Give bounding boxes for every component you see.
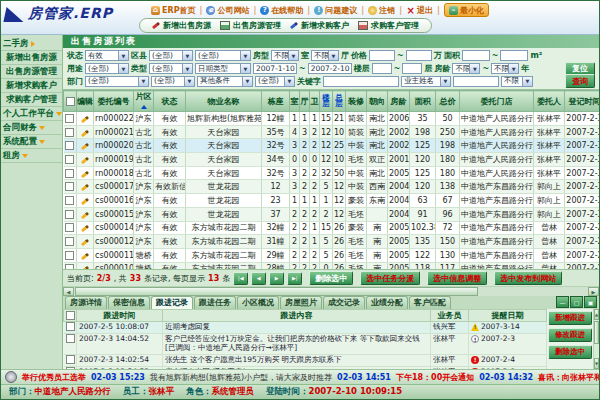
vscroll-track[interactable] <box>594 320 599 358</box>
edit-pencil-icon[interactable] <box>81 143 89 150</box>
area-min-input[interactable] <box>462 50 490 61</box>
column-header-reg-date[interactable]: 登记时间 <box>565 91 600 112</box>
table-row[interactable]: cs000011塘桥有效东方城市花园二期29幢222526毛坯南20051221… <box>64 248 600 262</box>
tab-3[interactable]: 跟进任务 <box>194 296 236 309</box>
sidebar-item-2[interactable]: 出售房源管理 <box>1 65 62 79</box>
row-checkbox[interactable] <box>65 141 74 150</box>
area-max-input[interactable] <box>500 50 528 61</box>
table-row[interactable]: cs000017沪东有效新信息世龙花园12322512中装西南200412013… <box>64 180 600 194</box>
first-page-button[interactable]: |◀ <box>233 272 248 285</box>
menu-item-logout-key[interactable]: 注销 <box>368 5 395 16</box>
column-header-district[interactable]: 片区 <box>134 91 154 112</box>
sub-department-select[interactable]: (全部)▼ <box>151 76 195 87</box>
followup-header-content[interactable]: 跟进内容 <box>163 310 431 322</box>
menu-item-globe[interactable]: e公司网站 <box>206 5 249 16</box>
row-checkbox[interactable] <box>65 223 74 232</box>
column-header-property-name[interactable]: 物业名称 <box>186 91 262 112</box>
next-page-button[interactable]: ▶ <box>269 272 284 285</box>
column-header-agent[interactable]: 委托人 <box>534 91 565 112</box>
table-row[interactable]: rn000020古北有效天台家园32号3221225中装南北2002125198… <box>64 139 600 153</box>
scroll-up-arrow[interactable]: ▲ <box>594 309 599 320</box>
edit-pencil-icon[interactable] <box>81 252 89 259</box>
edit-pencil-icon[interactable] <box>81 129 89 136</box>
row-checkbox[interactable] <box>66 334 75 343</box>
date-type-select[interactable]: 日期类型▼ <box>195 63 251 74</box>
row-checkbox[interactable] <box>65 169 74 178</box>
tab-2[interactable]: 跟进记录 <box>151 296 193 309</box>
edit-pencil-icon[interactable] <box>81 116 89 123</box>
table-row[interactable]: cs000015沪东有效世龙花园37222212毛坯20049196中道地产东昌… <box>64 207 600 221</box>
panel-restore-button[interactable]: ▢ <box>570 296 583 308</box>
row-checkbox[interactable] <box>65 210 74 219</box>
followup-header-agent[interactable]: 业务员 <box>431 310 469 322</box>
edit-followup-button[interactable]: 修改跟进 <box>548 328 592 342</box>
followup-row[interactable]: 2007-2-3 14:02:54张先生 这个客户愿意出195万购买 明天跟房东… <box>64 355 547 367</box>
edit-pencil-icon[interactable] <box>81 239 89 246</box>
scroll-right-arrow[interactable]: ▶ <box>588 287 599 296</box>
column-header-price[interactable]: 总价 <box>436 91 460 112</box>
other-condition-select[interactable]: 其他条件▼ <box>197 76 253 87</box>
use-select[interactable]: (全部)▼ <box>85 63 129 74</box>
row-checkbox[interactable] <box>65 182 74 191</box>
column-header-orientation[interactable]: 朝向 <box>367 91 388 112</box>
limit-select[interactable]: 不限▼ <box>501 76 533 87</box>
age-max-select[interactable]: 不限▼ <box>491 63 519 74</box>
owner-name-select[interactable]: 业主姓名▼ <box>401 76 451 87</box>
quickbar-item-0[interactable]: 新增出售房源 <box>152 20 211 31</box>
edit-pencil-icon[interactable] <box>81 170 89 177</box>
search-button[interactable]: 查询 <box>565 74 595 88</box>
sidebar-item-0[interactable]: 二手房 <box>1 37 62 51</box>
row-checkbox[interactable] <box>65 155 74 164</box>
followup-row[interactable]: 2007-2-5 10:08:07近期考虑回复钱兴军2007-3-14 <box>64 322 547 334</box>
table-row[interactable]: cs000014沪东有效东方城市花园二期32幢2211526豪装南2005102… <box>64 221 600 235</box>
column-header-rooms[interactable]: 室 <box>290 91 300 112</box>
table-row[interactable]: rn000018古北有效天台家园32号3223250中装南北2005125180… <box>64 166 600 180</box>
vscroll-thumb[interactable] <box>594 321 599 344</box>
tab-6[interactable]: 成交记录 <box>323 296 365 309</box>
quickbar-item-1[interactable]: 出售房源管理 <box>220 20 281 31</box>
halls-select[interactable]: 不限▼ <box>311 50 339 61</box>
row-checkbox[interactable] <box>66 322 75 331</box>
menu-item-feedback[interactable]: !问题建议 <box>314 5 357 16</box>
sub-district-select[interactable]: (全部)▼ <box>195 50 251 61</box>
tab-1[interactable]: 保密信息 <box>108 296 150 309</box>
select-all-checkbox[interactable] <box>66 97 75 106</box>
menu-item-minimize[interactable]: –最小化 <box>444 3 489 17</box>
type-select[interactable]: (全部)▼ <box>149 63 193 74</box>
delete-selected-button[interactable]: 删除选中 <box>309 271 353 285</box>
quickbar-item-2[interactable]: 新增求购客户 <box>290 20 349 31</box>
keyword-input[interactable] <box>323 76 399 87</box>
sidebar-item-8[interactable]: 租房 <box>1 149 62 163</box>
quickbar-item-3[interactable]: 求购客户管理 <box>358 20 419 31</box>
rooms-select[interactable]: 不限▼ <box>271 50 299 61</box>
menu-item-home[interactable]: ⌂ERP首页 <box>151 5 196 16</box>
column-header-checkbox[interactable] <box>64 91 77 112</box>
column-header-floor[interactable]: 楼层 <box>320 91 333 112</box>
sidebar-item-5[interactable]: 个人工作平台 <box>1 107 62 121</box>
horizontal-scrollbar[interactable]: ◀ ▶ <box>63 286 599 296</box>
edit-pencil-icon[interactable] <box>81 198 89 205</box>
delete-followup-button[interactable]: 删除选中 <box>548 345 592 359</box>
edit-pencil-icon[interactable] <box>81 211 89 218</box>
sidebar-item-6[interactable]: 合同财务 <box>1 121 62 135</box>
last-page-button[interactable]: ▶| <box>287 272 302 285</box>
tab-7[interactable]: 业绩分配 <box>366 296 408 309</box>
row-checkbox[interactable] <box>65 237 74 246</box>
table-row[interactable]: rn000019古北有效天台家园34号0001210毛坯双正2001120180… <box>64 153 600 167</box>
district-select[interactable]: (全部)▼ <box>149 50 193 61</box>
other-value-select[interactable]: (全部)▼ <box>255 76 295 87</box>
row-checkbox[interactable] <box>65 114 74 123</box>
table-row[interactable]: cs000016沪东有效世龙花园23111112豪装东南20046367中道地产… <box>64 194 600 208</box>
followup-row[interactable]: 2007-2-3 14:04:52客户已经答应交付1万块定金。让我们把房东的价格… <box>64 334 547 355</box>
sidebar-item-1[interactable]: 新增出售房源 <box>1 51 62 65</box>
adjust-info-button[interactable]: 选中信息调整 <box>427 271 487 285</box>
status-select[interactable]: 有效▼ <box>85 50 129 61</box>
edit-pencil-icon[interactable] <box>81 266 89 269</box>
publish-website-button[interactable]: 选中发布到网站 <box>494 271 562 285</box>
menu-item-help[interactable]: ?在线帮助 <box>260 5 303 16</box>
tab-8[interactable]: 客户匹配 <box>409 296 451 309</box>
date-to-input[interactable]: 2007-2-10 <box>308 63 352 74</box>
hscroll-thumb[interactable] <box>75 287 478 296</box>
column-header-halls[interactable]: 厅 <box>300 91 310 112</box>
column-header-edit[interactable]: 编辑 <box>77 91 94 112</box>
